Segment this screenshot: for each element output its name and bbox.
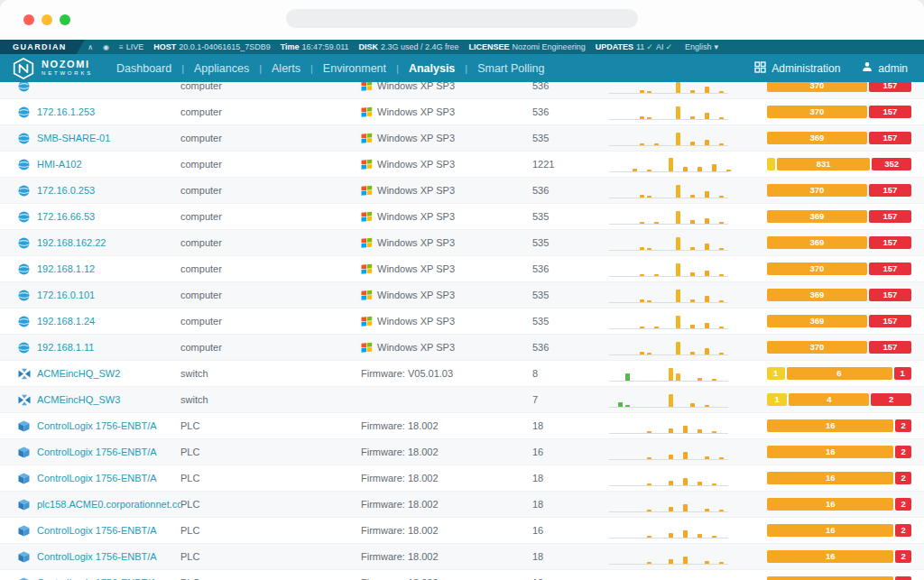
node-name-link[interactable]: HMI-A102 (37, 159, 82, 170)
orange-alert-badge[interactable]: 831 (777, 158, 870, 170)
red-alert-badge[interactable]: 2 (895, 446, 911, 458)
node-name-link[interactable]: 192.168.1.12 (37, 263, 95, 274)
table-row[interactable]: 172.16.66.53computerWindows XP SP3535369… (0, 204, 924, 230)
table-row[interactable]: 172.16.0.253computerWindows XP SP3536370… (0, 178, 924, 204)
table-row[interactable]: ControlLogix 1756-ENBT/APLCFirmware: 18.… (0, 465, 924, 492)
red-alert-badge[interactable]: 2 (895, 472, 911, 484)
orange-alert-badge[interactable]: 16 (767, 550, 893, 563)
table-row[interactable]: ControlLogix 1756-ENBT/APLCFirmware: 18.… (0, 413, 924, 439)
url-bar[interactable] (286, 9, 638, 28)
node-name-link[interactable]: plc158.ACME0.corporationnet.com (37, 499, 180, 510)
nav-item-alerts[interactable]: Alerts (272, 62, 300, 75)
node-name-link[interactable]: ACMEincHQ_SW2 (37, 368, 120, 379)
red-alert-badge[interactable]: 2 (895, 576, 911, 580)
table-row[interactable]: plc158.ACME0.corporationnet.comPLCFirmwa… (0, 492, 924, 518)
table-row[interactable]: HMI-A102computerWindows XP SP31221831352 (0, 152, 924, 178)
orange-alert-badge[interactable]: 16 (767, 419, 893, 432)
node-name-link[interactable]: ControlLogix 1756-ENBT/A (37, 447, 157, 457)
table-row[interactable]: 192.168.1.12computerWindows XP SP3536370… (0, 256, 924, 282)
orange-alert-badge[interactable]: 16 (767, 524, 893, 537)
nav-item-analysis[interactable]: Analysis (409, 62, 455, 75)
node-name-link[interactable]: 172.16.0.253 (37, 185, 95, 196)
red-alert-badge[interactable]: 157 (869, 341, 911, 354)
node-name-link[interactable]: 192.168.162.22 (37, 237, 106, 248)
orange-alert-badge[interactable]: 370 (767, 341, 867, 354)
yellow-alert-badge[interactable]: 1 (767, 393, 787, 406)
yellow-alert-badge[interactable] (767, 158, 775, 170)
orange-alert-badge[interactable]: 370 (767, 82, 867, 92)
orange-alert-badge[interactable]: 16 (767, 498, 893, 511)
node-name-link[interactable]: 192.168.1.11 (37, 342, 94, 353)
table-row[interactable]: ControlLogix 1756-ENBT/APLCFirmware: 18.… (0, 518, 924, 544)
orange-alert-badge[interactable]: 6 (787, 367, 892, 380)
table-row[interactable]: ACMEincHQ_SW2switchFirmware: V05.01.0381… (0, 361, 924, 387)
orange-alert-badge[interactable]: 369 (767, 210, 867, 223)
orange-alert-badge[interactable]: 370 (767, 184, 867, 197)
windows-logo-icon (361, 237, 373, 248)
node-name-link[interactable]: 172.16.66.53 (37, 211, 95, 222)
table-row[interactable]: ControlLogix 1756-ENBT/APLCFirmware: 18.… (0, 439, 924, 465)
table-row[interactable]: 192.168.1.11computerWindows XP SP3536370… (0, 335, 924, 361)
red-alert-badge[interactable]: 157 (869, 106, 911, 118)
node-name-link[interactable]: 172.16.0.101 (37, 290, 95, 300)
red-alert-badge[interactable]: 157 (869, 315, 911, 327)
orange-alert-badge[interactable]: 369 (767, 289, 867, 301)
minimize-window-button[interactable] (42, 14, 52, 25)
node-name-link[interactable]: ACMEincHQ_SW3 (37, 394, 120, 405)
maximize-window-button[interactable] (60, 14, 70, 25)
red-alert-badge[interactable]: 157 (869, 184, 911, 197)
orange-alert-badge[interactable]: 370 (767, 106, 867, 118)
red-alert-badge[interactable]: 2 (895, 498, 911, 511)
red-alert-badge[interactable]: 2 (871, 393, 911, 406)
table-row[interactable]: ACMEincHQ_SW3switch7142 (0, 387, 924, 413)
red-alert-badge[interactable]: 157 (869, 289, 911, 301)
close-window-button[interactable] (23, 14, 34, 25)
red-alert-badge[interactable]: 2 (895, 524, 911, 537)
node-name-link[interactable]: 172.16.1.253 (37, 106, 95, 117)
nav-item-dashboard[interactable]: Dashboard (116, 62, 171, 75)
nav-item-smart-polling[interactable]: Smart Polling (477, 62, 544, 75)
node-name-link[interactable]: ControlLogix 1756-ENBT/A (37, 551, 157, 562)
red-alert-badge[interactable]: 157 (869, 82, 911, 92)
table-row[interactable]: 192.168.162.22computerWindows XP SP35353… (0, 230, 924, 256)
table-row[interactable]: 192.168.1.24computerWindows XP SP3535369… (0, 308, 924, 335)
red-alert-badge[interactable]: 1 (894, 367, 912, 380)
time-info: Time 16:47:59.011 (281, 42, 349, 51)
updates-info: UPDATES 11✓AI✓ (596, 42, 675, 51)
user-menu[interactable]: admin (862, 61, 908, 75)
orange-alert-badge[interactable]: 4 (789, 393, 869, 406)
orange-alert-badge[interactable]: 369 (767, 132, 867, 144)
table-row[interactable]: ControlLogix 1756-ENBT/APLCFirmware: 18.… (0, 570, 924, 580)
table-row[interactable]: SMB-SHARE-01computerWindows XP SP3535369… (0, 125, 924, 152)
red-alert-badge[interactable]: 2 (895, 550, 911, 563)
orange-alert-badge[interactable]: 16 (767, 446, 893, 458)
table-row[interactable]: 172.16.1.253computerWindows XP SP3536370… (0, 99, 924, 125)
red-alert-badge[interactable]: 157 (869, 236, 911, 249)
caret-up-icon[interactable]: ∧ (88, 43, 93, 51)
nozomi-logo[interactable]: NOZOMI NETWORKS (12, 57, 106, 80)
node-name-link[interactable]: SMB-SHARE-01 (37, 133, 110, 143)
table-row[interactable]: ControlLogix 1756-ENBT/APLCFirmware: 18.… (0, 544, 924, 570)
node-name-link[interactable]: ControlLogix 1756-ENBT/A (37, 420, 157, 431)
table-row[interactable]: computerWindows XP SP3536370157 (0, 82, 924, 99)
red-alert-badge[interactable]: 157 (869, 210, 911, 223)
red-alert-badge[interactable]: 157 (869, 132, 911, 144)
red-alert-badge[interactable]: 157 (869, 262, 911, 275)
node-name-link[interactable]: ControlLogix 1756-ENBT/A (37, 525, 157, 536)
nav-item-environment[interactable]: Environment (323, 62, 386, 75)
orange-alert-badge[interactable]: 16 (767, 472, 893, 484)
yellow-alert-badge[interactable]: 1 (767, 367, 785, 380)
orange-alert-badge[interactable]: 369 (767, 236, 867, 249)
red-alert-badge[interactable]: 352 (872, 158, 911, 170)
node-name-link[interactable]: ControlLogix 1756-ENBT/A (37, 473, 157, 483)
orange-alert-badge[interactable]: 16 (767, 576, 893, 580)
node-name-link[interactable]: 192.168.1.24 (37, 316, 95, 327)
administration-button[interactable]: Administration (754, 61, 840, 76)
chart-bar (683, 426, 688, 433)
red-alert-badge[interactable]: 2 (895, 419, 911, 432)
language-selector[interactable]: English ▾ (685, 42, 718, 51)
orange-alert-badge[interactable]: 370 (767, 262, 867, 275)
nav-item-appliances[interactable]: Appliances (194, 62, 249, 75)
table-row[interactable]: 172.16.0.101computerWindows XP SP3535369… (0, 282, 924, 308)
orange-alert-badge[interactable]: 369 (767, 315, 867, 327)
